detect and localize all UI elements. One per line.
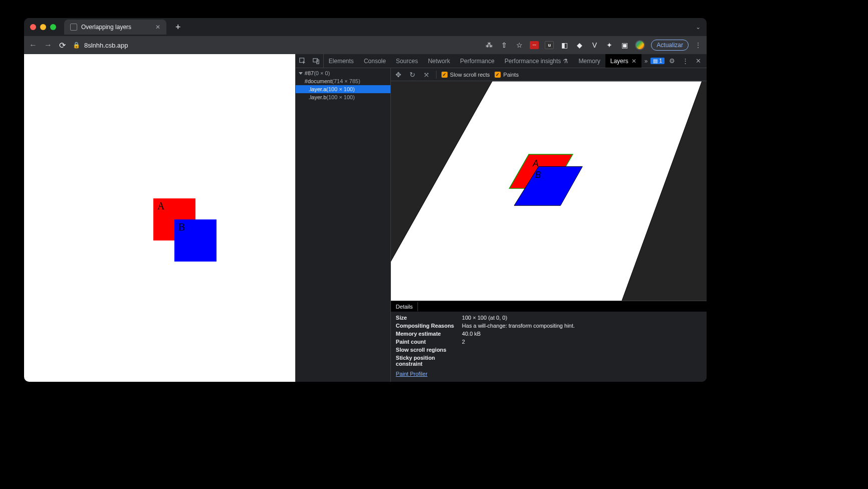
window-controls bbox=[30, 24, 56, 30]
translate-icon[interactable]: ⁂ bbox=[485, 41, 494, 50]
svg-text:A: A bbox=[532, 158, 539, 168]
issues-count: 1 bbox=[659, 58, 662, 64]
tab-elements[interactable]: Elements bbox=[324, 54, 359, 68]
close-tab-layers[interactable]: ✕ bbox=[631, 58, 636, 65]
tab-memory[interactable]: Memory bbox=[573, 54, 605, 68]
detail-memory-label: Memory estimate bbox=[396, 331, 462, 337]
minimize-window-button[interactable] bbox=[40, 24, 46, 30]
checkbox-checked-icon: ✓ bbox=[495, 72, 501, 78]
tree-doc-name: #document bbox=[305, 78, 332, 84]
detail-sticky-label: Sticky position constraint bbox=[396, 355, 462, 367]
detail-paintcount-label: Paint count bbox=[396, 339, 462, 345]
details-tab[interactable]: Details bbox=[391, 302, 418, 311]
tree-a-dim: (100 × 100) bbox=[326, 86, 355, 92]
content-area: A B Elements Console Sources Network Per… bbox=[24, 54, 707, 382]
extension-vue-icon[interactable]: V bbox=[590, 41, 599, 50]
details-body: Size 100 × 100 (at 0, 0) Compositing Rea… bbox=[391, 312, 707, 382]
slow-scroll-rects-checkbox[interactable]: ✓Slow scroll rects bbox=[442, 72, 490, 78]
layers-viz-column: ✥ ↻ ⤧ ✓Slow scroll rects ✓Paints bbox=[391, 68, 707, 382]
tree-row-layer-b[interactable]: .layer.b(100 × 100) bbox=[296, 93, 390, 101]
browser-tab[interactable]: Overlapping layers ✕ bbox=[64, 20, 166, 35]
maximize-window-button[interactable] bbox=[50, 24, 56, 30]
tree-b-name: .layer.b bbox=[309, 94, 326, 100]
device-toolbar-icon[interactable] bbox=[310, 54, 324, 68]
toolbar-separator bbox=[436, 71, 437, 79]
detail-compositing-label: Compositing Reasons bbox=[396, 323, 462, 329]
detail-compositing-value: Has a will-change: transform compositing… bbox=[462, 323, 702, 329]
browser-menu-button[interactable]: ⋮ bbox=[695, 41, 702, 49]
browser-toolbar: ← → ⟳ 🔒 8slnhh.csb.app ⁂ ⇧ ☆ ··· u ◧ ◆ V… bbox=[24, 36, 707, 54]
detail-paintcount-value: 2 bbox=[462, 339, 702, 345]
tree-row-document[interactable]: #document(714 × 785) bbox=[296, 77, 390, 85]
reset-view-icon[interactable]: ⤧ bbox=[422, 71, 431, 79]
layers-viz-toolbar: ✥ ↻ ⤧ ✓Slow scroll rects ✓Paints bbox=[391, 68, 707, 81]
details-tabbar: Details bbox=[391, 301, 707, 312]
devtools-menu-icon[interactable]: ⋮ bbox=[680, 57, 691, 65]
close-tab-button[interactable]: ✕ bbox=[155, 24, 160, 31]
detail-memory-value: 40.0 kB bbox=[462, 331, 702, 337]
share-icon[interactable]: ⇧ bbox=[500, 41, 509, 50]
detail-sticky-value bbox=[462, 355, 702, 367]
profile-avatar[interactable] bbox=[635, 40, 645, 50]
tab-favicon bbox=[70, 24, 77, 31]
devtools-panel: Elements Console Sources Network Perform… bbox=[295, 54, 707, 382]
tab-layers-label: Layers bbox=[610, 58, 628, 65]
extension-ublock-icon[interactable]: u bbox=[545, 41, 554, 49]
extension-icon-1[interactable]: ◧ bbox=[560, 41, 569, 50]
detail-size-label: Size bbox=[396, 315, 462, 321]
slow-scroll-label: Slow scroll rects bbox=[450, 72, 490, 78]
layers-3d-view[interactable]: A B bbox=[391, 81, 707, 301]
detail-slowscroll-value bbox=[462, 347, 702, 353]
tab-performance-insights[interactable]: Performance insights ⚗ bbox=[500, 54, 574, 68]
back-button[interactable]: ← bbox=[29, 41, 37, 50]
tab-title: Overlapping layers bbox=[81, 24, 131, 31]
svg-text:B: B bbox=[535, 170, 541, 180]
issues-badge[interactable]: ▤ 1 bbox=[650, 58, 665, 64]
extensions-menu-icon[interactable]: ✦ bbox=[605, 41, 614, 50]
close-window-button[interactable] bbox=[30, 24, 36, 30]
extension-icon-2[interactable]: ◆ bbox=[575, 41, 584, 50]
tabs-overflow-button[interactable]: ⌄ bbox=[696, 24, 701, 31]
tab-sources[interactable]: Sources bbox=[391, 54, 423, 68]
tab-console[interactable]: Console bbox=[359, 54, 391, 68]
tab-performance[interactable]: Performance bbox=[455, 54, 500, 68]
tree-b-dim: (100 × 100) bbox=[326, 94, 355, 100]
sidepanel-icon[interactable]: ▣ bbox=[620, 41, 629, 50]
devtools-tabbar: Elements Console Sources Network Perform… bbox=[296, 54, 707, 68]
tree-doc-dim: (714 × 785) bbox=[332, 78, 360, 84]
layer-b-box: B bbox=[174, 219, 216, 262]
lock-icon: 🔒 bbox=[73, 42, 80, 49]
tree-row-layer-a[interactable]: .layer.a(100 × 100) bbox=[296, 85, 390, 93]
url-text: 8slnhh.csb.app bbox=[84, 42, 128, 49]
pan-mode-icon[interactable]: ✥ bbox=[394, 71, 403, 79]
tree-a-name: .layer.a bbox=[309, 86, 326, 92]
toolbar-actions: ⁂ ⇧ ☆ ··· u ◧ ◆ V ✦ ▣ Actualizar ⋮ bbox=[485, 40, 702, 51]
tab-network[interactable]: Network bbox=[423, 54, 455, 68]
paints-checkbox[interactable]: ✓Paints bbox=[495, 72, 519, 78]
paint-profiler-link[interactable]: Paint Profiler bbox=[396, 371, 427, 377]
more-tabs-button[interactable]: » bbox=[641, 58, 651, 65]
reload-button[interactable]: ⟳ bbox=[59, 41, 66, 50]
tab-perf-insights-label: Performance insights bbox=[505, 58, 561, 65]
tree-row-root[interactable]: #87(0 × 0) bbox=[296, 69, 390, 77]
tree-root-dim: (0 × 0) bbox=[314, 70, 330, 76]
inspect-element-icon[interactable] bbox=[296, 54, 310, 68]
bookmark-icon[interactable]: ☆ bbox=[515, 41, 524, 50]
extension-lastpass-icon[interactable]: ··· bbox=[530, 41, 539, 49]
detail-slowscroll-label: Slow scroll regions bbox=[396, 347, 462, 353]
devtools-close-icon[interactable]: ✕ bbox=[693, 57, 704, 65]
update-button[interactable]: Actualizar bbox=[651, 40, 689, 51]
layers-panel-body: #87(0 × 0) #document(714 × 785) .layer.a… bbox=[296, 68, 707, 382]
forward-button[interactable]: → bbox=[44, 41, 52, 50]
rotate-mode-icon[interactable]: ↻ bbox=[408, 71, 417, 79]
browser-window: Overlapping layers ✕ + ⌄ ← → ⟳ 🔒 8slnhh.… bbox=[24, 18, 707, 382]
new-tab-button[interactable]: + bbox=[175, 22, 181, 33]
devtools-settings-icon[interactable]: ⚙ bbox=[667, 57, 678, 65]
disclosure-triangle-icon bbox=[299, 72, 303, 75]
layers-tree: #87(0 × 0) #document(714 × 785) .layer.a… bbox=[296, 68, 391, 382]
tab-layers[interactable]: Layers✕ bbox=[605, 54, 641, 68]
layers-3d-svg: A B bbox=[391, 81, 707, 301]
paints-label: Paints bbox=[503, 72, 519, 78]
address-bar[interactable]: 🔒 8slnhh.csb.app bbox=[73, 42, 478, 49]
checkbox-checked-icon: ✓ bbox=[442, 72, 448, 78]
